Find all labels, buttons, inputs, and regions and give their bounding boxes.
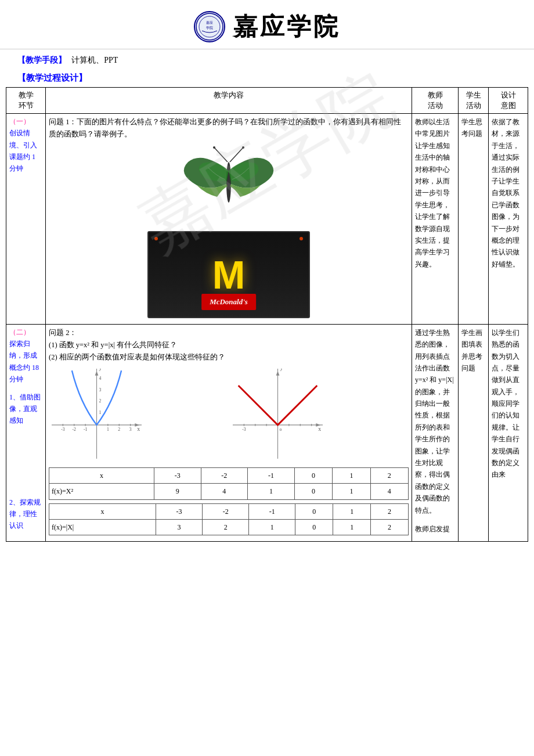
x2-val-1: 1 (333, 503, 371, 519)
svg-text:4: 4 (99, 376, 101, 381)
svg-text:x: x (318, 425, 321, 431)
fx2-val-neg1: 1 (249, 519, 295, 535)
question-2b: (2) 相应的两个函数值对应表是如何体现这些特征的？ (49, 351, 409, 363)
student-activity-2: 学生画图填表并思考问题 (459, 324, 489, 542)
fx-val-neg2: 4 (201, 484, 248, 499)
table-header-row: 教学 环节 教学内容 教师 活动 学生 活动 设计 意图 (6, 88, 528, 114)
header-teacher: 教师 活动 (412, 88, 459, 114)
fx-val-2: 4 (370, 484, 408, 499)
content-cell-2: 问题 2： (1) 函数 y=x² 和 y=|x| 有什么共同特征？ (2) 相… (46, 324, 412, 542)
fx2-val-0: 0 (295, 519, 333, 535)
svg-text:1: 1 (107, 426, 109, 431)
svg-point-8 (242, 146, 244, 149)
section-blue-label: 创设情境、引入课题约 1 分钟 (9, 127, 42, 175)
teaching-means-section: 【教学手段】 计算机、PPT (0, 49, 534, 68)
teaching-means-label: 【教学手段】 (17, 56, 66, 64)
svg-text:o: o (279, 426, 282, 431)
table-row: f(x)=|X| 3 2 1 0 1 2 (49, 519, 409, 535)
section-label-cell-2: （二） 探索归纳，形成概念约 18 分钟 1、借助图像，直观感知 2、探索规律，… (6, 324, 46, 542)
fx-val-neg1: 1 (248, 484, 295, 499)
svg-text:-3: -3 (61, 426, 65, 431)
table-row: （一） 创设情境、引入课题约 1 分钟 问题 1：下面的图片有什么特点？你还能举… (6, 114, 528, 325)
fx2-val-1: 1 (333, 519, 371, 535)
fx-val-1: 1 (333, 484, 370, 499)
section-sub1-label: 1、借助图像，直观感知 (9, 391, 42, 427)
svg-text:2: 2 (118, 426, 120, 431)
table-row: （二） 探索归纳，形成概念约 18 分钟 1、借助图像，直观感知 2、探索规律，… (6, 324, 528, 542)
fx-abs-label: f(x)=|X| (49, 519, 156, 535)
absolute-svg: -3 o x y (230, 369, 326, 459)
x2-val-0: 0 (295, 503, 333, 519)
svg-text:y: y (280, 369, 283, 371)
header-design: 设计 意图 (489, 88, 528, 114)
svg-text:-2: -2 (73, 426, 77, 431)
svg-text:-1: -1 (84, 426, 88, 431)
x2-val-neg1: -1 (249, 503, 295, 519)
svg-text:-3: -3 (242, 426, 246, 431)
svg-text:嘉应: 嘉应 (206, 20, 213, 24)
x2-val-neg2: -2 (203, 503, 249, 519)
svg-marker-27 (95, 370, 99, 375)
content-cell-1: 问题 1：下面的图片有什么特点？你还能举出更多的例子吗？在我们所学过的函数中，你… (46, 114, 412, 325)
fx2-val-neg3: 3 (156, 519, 203, 535)
svg-text:3: 3 (129, 426, 132, 431)
x-header-2: x (49, 503, 156, 519)
butterfly-image-area (49, 141, 409, 228)
page-header: 嘉应 学院 嘉应学院 (0, 0, 534, 49)
x-header: x (49, 467, 154, 483)
fx-val-neg3: 9 (154, 484, 201, 499)
svg-text:3: 3 (99, 387, 101, 392)
x-val-2: 2 (370, 467, 408, 483)
section-pink-label: （一） (9, 116, 42, 127)
table-row: x -3 -2 -1 0 1 2 (49, 467, 409, 483)
school-name-text: 嘉应学院 (233, 10, 340, 43)
parabola-graph: -3 -2 -1 1 2 3 4 3 2 1 (49, 369, 228, 463)
graphs-row: -3 -2 -1 1 2 3 4 3 2 1 (49, 369, 409, 463)
design-intent-1: 依据了教材，来源于生活，通过实际生活的例子让学生自觉联系已学函数图像，为下一步对… (489, 114, 528, 325)
x-val-0: 0 (294, 467, 332, 483)
mcdonalds-image: M McDonald's (147, 231, 310, 318)
design-intent-2: 以学生们熟悉的函数为切入点，尽量做到从直观入手，顺应同学们的认知规律。让学生自行… (489, 324, 528, 542)
header-student: 学生 活动 (459, 88, 489, 114)
svg-text:2: 2 (99, 398, 101, 404)
x-val-1: 1 (333, 467, 370, 483)
svg-point-6 (213, 146, 215, 149)
header-section: 教学 环节 (6, 88, 46, 114)
teacher-activity-2-cont: 教师启发提 (415, 523, 455, 535)
fx-abs-table: x -3 -2 -1 0 1 2 f(x)=|X| 3 2 1 0 (49, 503, 409, 536)
fx2-val-neg2: 2 (203, 519, 249, 535)
svg-text:学院: 学院 (206, 26, 213, 30)
x-val-neg1: -1 (248, 467, 295, 483)
svg-line-5 (214, 147, 228, 162)
svg-text:x: x (137, 425, 140, 431)
fx-val-0: 0 (294, 484, 332, 499)
section-label-cell: （一） 创设情境、引入课题约 1 分钟 (6, 114, 46, 325)
section-sub2-label: 2、探索规律，理性认识 (9, 496, 42, 532)
table-row: x -3 -2 -1 0 1 2 (49, 503, 409, 519)
svg-point-4 (226, 162, 231, 203)
absolute-graph: -3 o x y (230, 369, 409, 463)
fx-squared-table: x -3 -2 -1 0 1 2 f(x)=X² 9 4 1 0 1 (49, 467, 409, 500)
svg-line-7 (230, 147, 243, 162)
school-logo: 嘉应 学院 (194, 11, 225, 42)
question-2a: (1) 函数 y=x² 和 y=|x| 有什么共同特征？ (49, 339, 409, 351)
parabola-svg: -3 -2 -1 1 2 3 4 3 2 1 (49, 369, 145, 459)
svg-marker-41 (276, 370, 280, 375)
section-blue-label-2: 探索归纳，形成概念约 18 分钟 (9, 338, 42, 386)
section-pink-label-2: （二） (9, 327, 42, 338)
teacher-activity-1: 教师以生活中常见图片让学生感知生活中的轴对称和中心对称，从而进一步引导学生思考，… (412, 114, 459, 325)
table-row: f(x)=X² 9 4 1 0 1 4 (49, 484, 409, 499)
teacher-activity-2: 通过学生熟悉的图像，用列表插点法作出函数 y=x² 和 y=|X| 的图象，并归… (412, 324, 459, 542)
question-1-text: 问题 1：下面的图片有什么特点？你还能举出更多的例子吗？在我们所学过的函数中，你… (49, 116, 409, 141)
x-val-neg2: -2 (201, 467, 248, 483)
fx2-val-2: 2 (371, 519, 409, 535)
svg-text:y: y (99, 369, 102, 371)
main-content-table: 教学 环节 教学内容 教师 活动 学生 活动 设计 意图 （一） 创设情境、引入… (6, 87, 528, 542)
svg-text:1: 1 (99, 409, 101, 415)
header-content: 教学内容 (46, 88, 412, 114)
x-val-neg3: -3 (154, 467, 201, 483)
student-activity-1: 学生思考问题 (459, 114, 489, 325)
question-2-label: 问题 2： (49, 327, 409, 339)
x2-val-2: 2 (371, 503, 409, 519)
butterfly-svg (171, 145, 287, 220)
